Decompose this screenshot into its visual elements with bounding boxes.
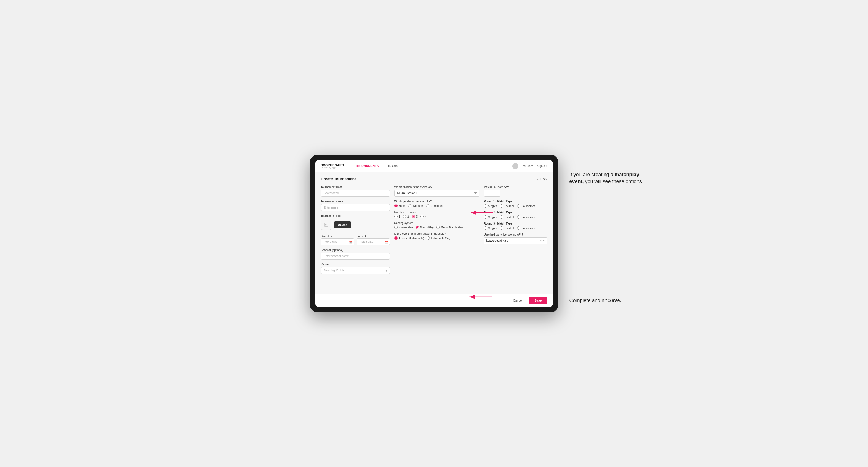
tournament-host-input[interactable]	[321, 190, 390, 197]
start-date-wrap: 📅	[321, 238, 354, 245]
rounds-3-radio[interactable]	[412, 215, 415, 218]
round3-fourball[interactable]: Fourball	[500, 226, 514, 230]
rounds-radio-group: 1 2 3	[394, 215, 479, 218]
rounds-group: Number of rounds 1 2	[394, 211, 479, 218]
scoring-stroke-radio[interactable]	[394, 226, 398, 229]
round1-singles-radio[interactable]	[484, 205, 487, 208]
round2-singles-radio[interactable]	[484, 215, 487, 219]
sign-out-link[interactable]: Sign out	[537, 165, 547, 168]
round2-foursomes[interactable]: Foursomes	[517, 215, 535, 219]
gender-mens-radio[interactable]	[394, 204, 398, 208]
round1-singles[interactable]: Singles	[484, 205, 497, 208]
rounds-1[interactable]: 1	[394, 215, 400, 218]
round1-fourball-label: Fourball	[504, 205, 514, 208]
save-button[interactable]: Save	[529, 297, 547, 304]
tablet-screen: SCOREBOARD Powered by clippit TOURNAMENT…	[315, 160, 553, 307]
gender-combined[interactable]: Combined	[426, 204, 443, 208]
round2-fourball[interactable]: Fourball	[500, 215, 514, 219]
page-header: Create Tournament ← Back	[321, 177, 547, 181]
round3-foursomes[interactable]: Foursomes	[517, 226, 535, 230]
middle-column: Which division is the event for? NCAA Di…	[394, 186, 479, 274]
event-type-group: Is this event for Teams and/or Individua…	[394, 232, 479, 240]
round3-radio-group: Singles Fourball Foursomes	[484, 226, 547, 230]
max-team-size-input[interactable]	[484, 190, 500, 197]
division-group: Which division is the event for? NCAA Di…	[394, 186, 479, 197]
round1-label: Round 1 - Match Type	[484, 200, 547, 203]
scoring-medal-label: Medal Match Play	[441, 226, 463, 229]
scoring-stroke[interactable]: Stroke Play	[394, 226, 413, 229]
cancel-button[interactable]: Cancel	[509, 297, 526, 304]
event-teams-label: Teams (+Individuals)	[399, 237, 424, 240]
round2-fourball-label: Fourball	[504, 216, 514, 219]
event-individuals[interactable]: Individuals Only	[427, 237, 451, 240]
logo-placeholder	[321, 220, 332, 230]
round3-singles-radio[interactable]	[484, 226, 487, 230]
round2-singles-label: Singles	[488, 216, 497, 219]
rounds-3-label: 3	[416, 215, 418, 218]
division-label: Which division is the event for?	[394, 186, 479, 189]
round3-singles[interactable]: Singles	[484, 226, 497, 230]
end-date-wrap: 📅	[356, 238, 390, 245]
rounds-3[interactable]: 3	[412, 215, 418, 218]
logo-subtitle: Powered by clippit	[321, 167, 344, 169]
api-tag-remove[interactable]: ✕ ▾	[539, 239, 545, 243]
round3-group: Round 3 - Match Type Singles Fourball	[484, 222, 547, 230]
round1-foursomes-label: Foursomes	[521, 205, 535, 208]
upload-button[interactable]: Upload	[334, 221, 351, 228]
round3-label: Round 3 - Match Type	[484, 222, 547, 225]
round3-foursomes-radio[interactable]	[517, 226, 520, 230]
rounds-2[interactable]: 2	[403, 215, 409, 218]
rounds-label: Number of rounds	[394, 211, 479, 214]
round3-fourball-radio[interactable]	[500, 226, 503, 230]
back-button[interactable]: ← Back	[536, 177, 547, 181]
gender-womens[interactable]: Womens	[408, 204, 423, 208]
tab-teams[interactable]: TEAMS	[383, 160, 403, 172]
start-date-label: Start date	[321, 235, 333, 238]
annotation-right-text2: you will see these options.	[584, 179, 643, 184]
date-group: Start date 📅 End date	[321, 234, 390, 245]
tournament-name-input[interactable]	[321, 204, 390, 211]
page-title: Create Tournament	[321, 177, 356, 181]
division-select[interactable]: NCAA Division I NCAA Division II NCAA Di…	[394, 190, 479, 197]
gender-womens-radio[interactable]	[408, 204, 411, 208]
round1-foursomes[interactable]: Foursomes	[517, 205, 535, 208]
round2-singles[interactable]: Singles	[484, 215, 497, 219]
tournament-name-label: Tournament name	[321, 200, 390, 203]
gender-combined-radio[interactable]	[426, 204, 429, 208]
nav-tabs: TOURNAMENTS TEAMS	[351, 160, 403, 172]
scoring-stroke-label: Stroke Play	[399, 226, 413, 229]
rounds-4[interactable]: 4	[420, 215, 426, 218]
scoring-medal-radio[interactable]	[436, 226, 440, 229]
round3-singles-label: Singles	[488, 227, 497, 230]
sponsor-input[interactable]	[321, 253, 390, 259]
user-name: Test User |	[521, 165, 534, 168]
scoring-medal[interactable]: Medal Match Play	[436, 226, 463, 229]
left-column: Tournament Host Tournament name Tourname…	[321, 186, 390, 274]
venue-input[interactable]	[321, 267, 390, 274]
third-party-api-label: Use third-party live scoring API?	[484, 233, 547, 236]
event-teams[interactable]: Teams (+Individuals)	[394, 237, 424, 240]
gender-combined-label: Combined	[431, 205, 443, 208]
event-teams-radio[interactable]	[394, 237, 398, 240]
round2-foursomes-label: Foursomes	[521, 216, 535, 219]
round1-fourball[interactable]: Fourball	[500, 205, 514, 208]
round1-group: Round 1 - Match Type Singles Fourball	[484, 200, 547, 208]
max-team-size-group: Maximum Team Size	[484, 186, 547, 197]
rounds-4-radio[interactable]	[420, 215, 424, 218]
form-footer: Cancel Save	[315, 294, 553, 307]
calendar-icon: 📅	[349, 240, 352, 243]
tab-tournaments[interactable]: TOURNAMENTS	[351, 160, 383, 172]
round2-foursomes-radio[interactable]	[517, 215, 520, 219]
round1-foursomes-radio[interactable]	[517, 205, 520, 208]
rounds-2-radio[interactable]	[403, 215, 406, 218]
scoring-match[interactable]: Match Play	[415, 226, 434, 229]
event-type-radio-group: Teams (+Individuals) Individuals Only	[394, 237, 479, 240]
gender-mens[interactable]: Mens	[394, 204, 405, 208]
rounds-1-radio[interactable]	[394, 215, 398, 218]
event-individuals-radio[interactable]	[427, 237, 430, 240]
round1-fourball-radio[interactable]	[500, 205, 503, 208]
tournament-logo-label: Tournament logo	[321, 214, 390, 217]
scoring-match-radio[interactable]	[415, 226, 419, 229]
annotation-bottom-bold: Save.	[609, 298, 621, 303]
round2-fourball-radio[interactable]	[500, 215, 503, 219]
